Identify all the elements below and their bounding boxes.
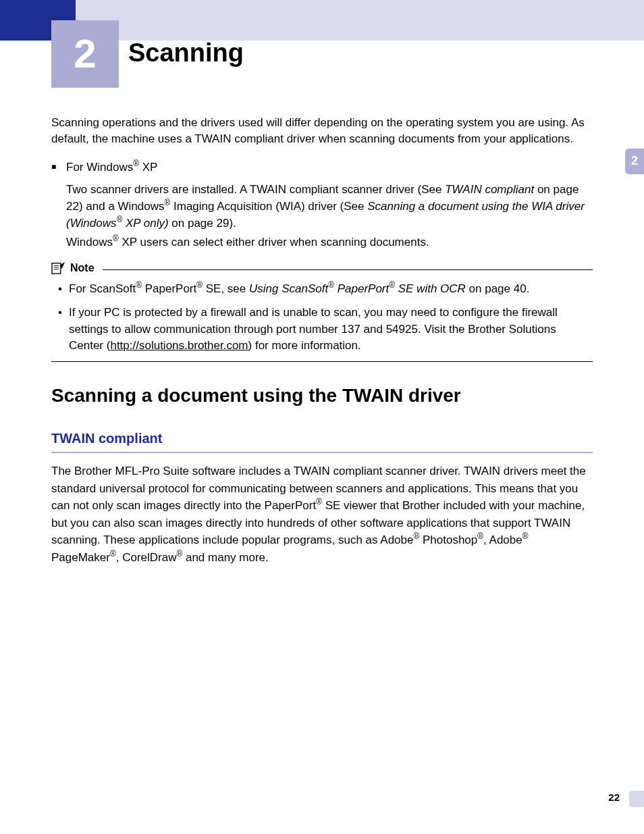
intro-paragraph: Scanning operations and the drivers used… [51,115,593,147]
note-icon [51,261,66,275]
link-twain-compliant[interactable]: TWAIN compliant [445,183,534,196]
chapter-number-box: 2 [51,20,119,88]
note-bullet-2: • If your PC is protected by a firewall … [58,305,593,355]
winxp-paragraph-2: Windows® XP users can select either driv… [66,234,593,251]
svg-rect-0 [52,263,61,273]
page-num-tab [629,791,644,807]
chapter-header: 2 Scanning [0,20,644,101]
chapter-title: Scanning [128,35,244,71]
square-bullet-icon: ■ [51,159,66,176]
subsection-heading: TWAIN compliant [51,429,593,453]
bullet-dot-icon: • [58,281,69,298]
body-paragraph: The Brother MFL-Pro Suite software inclu… [51,463,593,566]
bullet-dot-icon: • [58,305,69,355]
link-scansoft-ocr[interactable]: Using ScanSoft® PaperPort® SE with OCR [249,282,466,295]
note-bottom-rule [51,361,593,362]
note-bullet-1: • For ScanSoft® PaperPort® SE, see Using… [58,281,593,298]
note-rule [103,263,593,270]
bullet-windows-xp: ■ For Windows® XP [51,159,593,176]
note-header: Note [51,261,593,276]
note-label: Note [70,261,95,276]
section-heading: Scanning a document using the TWAIN driv… [51,382,593,409]
page-number: 22 [608,790,620,804]
page-content: Scanning operations and the drivers used… [0,101,644,566]
winxp-paragraph-1: Two scanner drivers are installed. A TWA… [66,182,593,232]
note-block: Note • For ScanSoft® PaperPort® SE, see … [51,261,593,362]
link-brother-solutions[interactable]: http://solutions.brother.com [110,339,248,352]
side-tab: 2 [625,149,644,174]
bullet-label: For Windows® XP [66,159,157,176]
